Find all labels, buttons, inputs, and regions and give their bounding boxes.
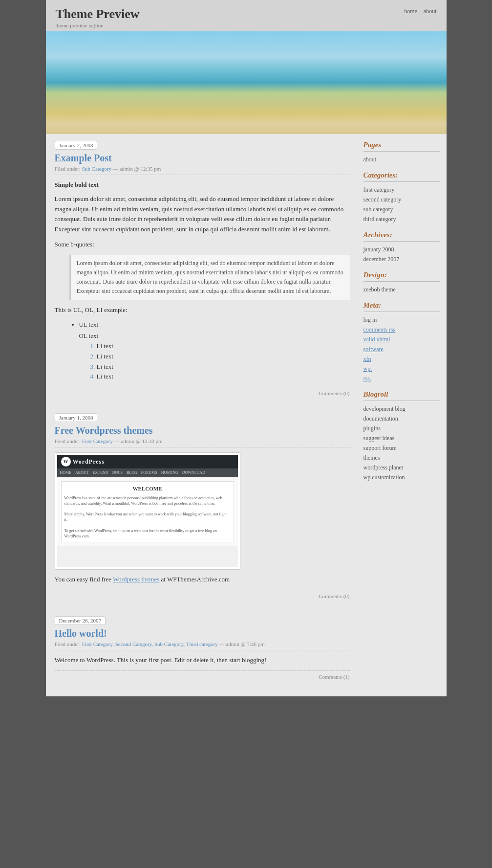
list-item: third category	[364, 215, 440, 223]
meta-login[interactable]: log in	[364, 316, 377, 323]
list-item: xfn	[364, 355, 440, 363]
list-item: support forum	[364, 444, 440, 452]
archive-dec[interactable]: december 2007	[364, 256, 400, 263]
wp-header: W WordPress	[57, 455, 238, 468]
post-meta-1: Filed under: Sub Category — admin @ 12:3…	[55, 166, 350, 175]
site-title: Theme Preview	[56, 7, 437, 22]
blogroll-docs[interactable]: documentation	[364, 415, 398, 422]
blogroll-themes[interactable]: themes	[364, 454, 380, 461]
ol-container: OL text Li text Li text Li text Li text	[79, 331, 350, 382]
list-item: wp.	[364, 365, 440, 373]
list-item: suggest ideas	[364, 434, 440, 442]
meta-software[interactable]: software	[364, 346, 384, 353]
post-date-3: December 26, 2007	[55, 616, 106, 625]
post-category-2[interactable]: First Category	[82, 438, 113, 444]
wp-nav-bar: HOME ABOUT EXTEND DOCS BLOG FORUMS HOSTI…	[57, 468, 238, 477]
post-footer-1: Comments (0)	[55, 387, 350, 396]
sidebar-meta-title: Meta:	[364, 301, 440, 312]
wp-welcome-title: WELCOME	[64, 485, 231, 493]
comments-link-2[interactable]: Comments (0)	[319, 593, 349, 599]
sidebar-archives: Archives: january 2008 december 2007	[364, 231, 440, 263]
post-content-2: W WordPress HOME ABOUT EXTEND DOCS BLOG	[55, 452, 350, 585]
list-item: wp customization	[364, 473, 440, 481]
design-zeebob[interactable]: zeebob theme	[364, 286, 396, 293]
post-wordpress-themes: January 1, 2008 Free Wordpress themes Fi…	[55, 413, 350, 599]
post-hello-world: December 26, 2007 Hello world! Filed und…	[55, 616, 350, 680]
wp-screenshot: W WordPress HOME ABOUT EXTEND DOCS BLOG	[55, 452, 240, 570]
ol-list: Li text Li text Li text Li text	[97, 341, 350, 382]
list-item: wordpress planet	[364, 464, 440, 471]
sidebar-blogroll-title: Blogroll	[364, 390, 440, 401]
list-item: log in	[364, 316, 440, 324]
sidebar-archives-title: Archives:	[364, 231, 440, 242]
post-title-2[interactable]: Free Wordpress themes	[55, 425, 350, 436]
post-category-1[interactable]: Sub Category	[82, 166, 111, 172]
wp-themes-link[interactable]: Wordpress themes	[113, 576, 159, 583]
post-content-3: Welcome to WordPress. This is your first…	[55, 655, 350, 666]
list-item: rss.	[364, 375, 440, 382]
blogroll-suggest[interactable]: suggest ideas	[364, 435, 395, 442]
wp-body: WELCOME WordPress is a state-of-the-art …	[57, 477, 238, 546]
nav-about[interactable]: about	[424, 8, 437, 15]
post-bquote-intro: Some b-quotes:	[55, 240, 350, 250]
ol-label: OL text	[79, 332, 99, 339]
post-title-1[interactable]: Example Post	[55, 153, 350, 164]
sidebar-archives-list: january 2008 december 2007	[364, 245, 440, 263]
meta-valid-xhtml[interactable]: valid xhtml	[364, 336, 390, 343]
list-item: Li text	[97, 362, 350, 372]
post-category-3a[interactable]: First Category	[82, 641, 113, 647]
post-bold-text: Simple bold text	[55, 180, 350, 190]
wp-nav-about: ABOUT	[75, 470, 89, 476]
post-category-3c[interactable]: Sub Category	[154, 641, 183, 647]
ul-list: UL text	[79, 320, 350, 330]
sidebar-design-list: zeebob theme	[364, 286, 440, 293]
footer	[46, 696, 447, 706]
beach-background	[46, 31, 447, 134]
sidebar-blogroll: Blogroll development blog documentation …	[364, 390, 440, 481]
list-item: plugins	[364, 424, 440, 432]
list-item: january 2008	[364, 245, 440, 253]
list-item: Li text	[97, 372, 350, 382]
meta-xfn[interactable]: xfn	[364, 356, 371, 362]
sidebar-pages-about[interactable]: about	[364, 156, 377, 163]
post-meta-3: Filed under: First Category, Second Cate…	[55, 641, 350, 650]
cat-second[interactable]: second category	[364, 196, 402, 203]
wp-logo-text: WordPress	[73, 457, 105, 467]
post-title-3[interactable]: Hello world!	[55, 628, 350, 639]
wp-nav-home: HOME	[60, 470, 72, 476]
hero-image	[46, 31, 447, 134]
meta-rss[interactable]: rss.	[364, 375, 371, 382]
post-body-3: Welcome to WordPress. This is your first…	[55, 655, 350, 666]
sidebar-categories-list: first category second category sub categ…	[364, 186, 440, 223]
archive-jan[interactable]: january 2008	[364, 246, 394, 253]
blogroll-wp-custom[interactable]: wp customization	[364, 474, 405, 481]
comments-link-1[interactable]: Comments (0)	[319, 390, 349, 396]
post-category-3b[interactable]: Second Category	[115, 641, 152, 647]
post-author-1: admin @ 12:35 pm	[119, 166, 161, 172]
wp-nav-download: DOWNLOAD	[182, 470, 205, 476]
post-content-1: Simple bold text Lorem ipsum dolor sit a…	[55, 180, 350, 382]
meta-comments-rss[interactable]: comments rss	[364, 326, 396, 333]
comments-link-3[interactable]: Comments (1)	[319, 674, 349, 680]
list-item: development blog	[364, 405, 440, 413]
post-date-1: January 2, 2008	[55, 141, 98, 150]
list-item: zeebob theme	[364, 286, 440, 293]
blogroll-plugins[interactable]: plugins	[364, 425, 381, 432]
wp-logo-icon: W	[61, 457, 71, 467]
blogroll-dev[interactable]: development blog	[364, 405, 406, 412]
blogroll-wp-planet[interactable]: wordpress planet	[364, 464, 404, 471]
wp-nav-blog: BLOG	[127, 470, 137, 476]
main-layout: January 2, 2008 Example Post Filed under…	[46, 134, 447, 696]
list-item: comments rss	[364, 326, 440, 334]
meta-wp[interactable]: wp.	[364, 365, 372, 372]
cat-sub[interactable]: sub category	[364, 206, 393, 213]
header: Theme Preview theme preview tagline home…	[46, 0, 447, 31]
post-footer-2: Comments (0)	[55, 590, 350, 599]
blogroll-support[interactable]: support forum	[364, 445, 397, 451]
post-category-3d[interactable]: Third category	[186, 641, 218, 647]
cat-first[interactable]: first category	[364, 186, 395, 193]
sidebar-meta-list: log in comments rss valid xhtml software…	[364, 316, 440, 382]
nav-home[interactable]: home	[404, 8, 417, 15]
cat-third[interactable]: third category	[364, 216, 396, 223]
list-item: valid xhtml	[364, 335, 440, 343]
